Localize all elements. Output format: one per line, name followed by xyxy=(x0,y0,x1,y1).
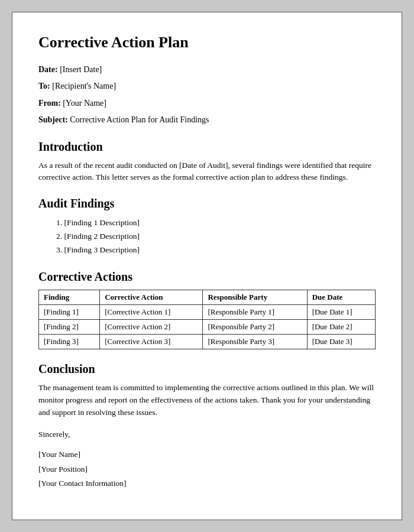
cell-due-1: [Due Date 1] xyxy=(307,305,375,320)
introduction-heading: Introduction xyxy=(38,140,376,154)
table-header-row: Finding Corrective Action Responsible Pa… xyxy=(39,290,376,305)
meta-subject: Subject: Corrective Action Plan for Audi… xyxy=(38,113,376,126)
date-label: Date: xyxy=(38,65,58,74)
list-item: 3. [Finding 3 Description] xyxy=(56,244,376,257)
col-header-due: Due Date xyxy=(307,290,375,305)
cell-finding-1: [Finding 1] xyxy=(39,305,100,320)
cell-finding-3: [Finding 3] xyxy=(39,335,100,349)
signer-contact: [Your Contact Information] xyxy=(38,476,376,491)
col-header-party: Responsible Party xyxy=(203,290,307,305)
corrective-actions-table: Finding Corrective Action Responsible Pa… xyxy=(38,290,376,349)
meta-from: From: [Your Name] xyxy=(38,97,376,110)
subject-value: Corrective Action Plan for Audit Finding… xyxy=(70,115,209,124)
col-header-action: Corrective Action xyxy=(100,290,203,305)
cell-party-3: [Responsible Party 3] xyxy=(203,335,307,349)
corrective-actions-heading: Corrective Actions xyxy=(38,270,376,284)
cell-action-1: [Corrective Action 1] xyxy=(100,305,203,320)
cell-action-3: [Corrective Action 3] xyxy=(100,335,203,349)
list-item: 2. [Finding 2 Description] xyxy=(56,230,376,244)
cell-due-3: [Due Date 3] xyxy=(307,335,375,349)
audit-findings-list: 1. [Finding 1 Description] 2. [Finding 2… xyxy=(56,216,376,257)
meta-to: To: [Recipient's Name] xyxy=(38,80,376,93)
cell-action-2: [Corrective Action 2] xyxy=(100,320,203,335)
signer-position: [Your Position] xyxy=(38,462,376,476)
table-row: [Finding 1] [Corrective Action 1] [Respo… xyxy=(39,305,376,320)
signature-block: [Your Name] [Your Position] [Your Contac… xyxy=(38,447,376,491)
audit-findings-heading: Audit Findings xyxy=(38,197,376,210)
sincerely-text: Sincerely, xyxy=(38,427,376,442)
conclusion-body: The management team is committed to impl… xyxy=(38,382,376,419)
col-header-finding: Finding xyxy=(39,290,100,305)
to-value: [Recipient's Name] xyxy=(52,82,116,90)
document: Corrective Action Plan Date: [Insert Dat… xyxy=(12,12,402,520)
cell-party-2: [Responsible Party 2] xyxy=(203,320,307,335)
document-title: Corrective Action Plan xyxy=(38,34,376,51)
table-row: [Finding 2] [Corrective Action 2] [Respo… xyxy=(39,320,376,335)
cell-party-1: [Responsible Party 1] xyxy=(203,305,307,320)
cell-due-2: [Due Date 2] xyxy=(307,320,375,335)
subject-label: Subject: xyxy=(38,115,68,124)
table-row: [Finding 3] [Corrective Action 3] [Respo… xyxy=(39,335,376,349)
introduction-body: As a result of the recent audit conducte… xyxy=(38,160,376,184)
conclusion-heading: Conclusion xyxy=(38,362,376,376)
meta-date: Date: [Insert Date] xyxy=(38,63,376,76)
list-item: 1. [Finding 1 Description] xyxy=(56,216,376,230)
date-value: [Insert Date] xyxy=(60,65,102,74)
signer-name: [Your Name] xyxy=(38,447,376,462)
from-label: From: xyxy=(38,99,61,108)
from-value: [Your Name] xyxy=(63,99,106,108)
cell-finding-2: [Finding 2] xyxy=(39,320,100,335)
to-label: To: xyxy=(38,82,50,90)
